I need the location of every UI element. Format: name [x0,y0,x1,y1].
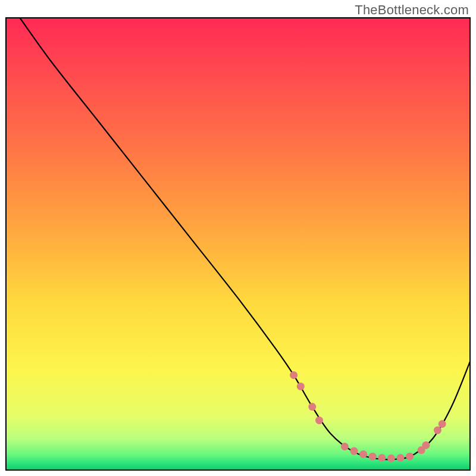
marker-dot [387,455,395,462]
marker-dot [378,454,386,462]
gradient-background [6,18,470,470]
marker-dot [315,416,323,424]
marker-dot [350,447,358,455]
marker-dot [434,427,441,434]
marker-dot [359,450,367,458]
marker-dot [397,454,405,462]
marker-dot [308,403,316,411]
chart-canvas [0,0,476,476]
marker-dot [369,453,377,461]
marker-dot [406,453,414,461]
watermark-label: TheBottleneck.com [355,2,469,18]
marker-dot [297,383,305,390]
marker-dot [290,371,298,379]
marker-dot [341,443,349,450]
marker-dot [439,420,446,428]
marker-dot [422,441,430,449]
chart-root: TheBottleneck.com [0,0,476,476]
